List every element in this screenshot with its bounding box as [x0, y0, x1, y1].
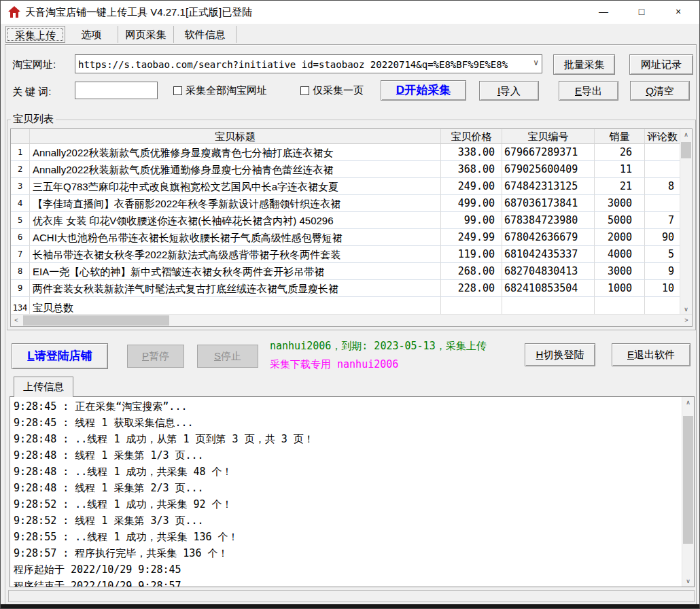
- item-price: 499.00: [441, 195, 502, 212]
- item-table: 宝贝标题 宝贝价格 宝贝编号 销量 评论数 1 Annally2022秋装新款气…: [10, 128, 693, 327]
- table-horizontal-scrollbar[interactable]: < >: [11, 314, 692, 326]
- url-history-button[interactable]: 网址记录: [629, 54, 693, 75]
- item-sales: 11: [595, 161, 645, 178]
- start-collect-button[interactable]: D开始采集: [381, 80, 466, 101]
- item-table-rows: 宝贝标题 宝贝价格 宝贝编号 销量 评论数 1 Annally2022秋装新款气…: [11, 129, 680, 315]
- item-number: 678384723980: [502, 212, 595, 229]
- export-button[interactable]: E导出: [559, 81, 618, 101]
- checkbox-one-page-label: 仅采集一页: [313, 84, 364, 96]
- item-comments: 90: [645, 229, 680, 246]
- checkbox-collect-all-label: 采集全部淘宝网址: [186, 84, 267, 96]
- total-row-number: 134: [11, 301, 30, 315]
- item-title: 【李佳琦直播间】衣香丽影2022年秋冬季新款设计感翻领针织连衣裙: [30, 195, 441, 212]
- login-store-button[interactable]: L请登陆店铺: [12, 343, 108, 369]
- minimize-icon[interactable]: —: [588, 1, 619, 24]
- checkbox-icon: [300, 86, 309, 95]
- scrollbar-thumb[interactable]: [683, 416, 693, 544]
- window-bottom-edge: [1, 604, 699, 608]
- item-number: 679667289371: [502, 144, 595, 161]
- item-title: EIA一尧【心软的神】新中式褶皱连衣裙女秋冬两件套开衫吊带裙: [30, 263, 441, 280]
- window-title: 天音淘宝店铺一键上传工具 V4.27.1[正式版]已登陆: [25, 1, 252, 24]
- row-number: 8: [11, 263, 30, 280]
- close-icon[interactable]: ×: [663, 1, 694, 24]
- maximize-icon[interactable]: □: [626, 1, 657, 24]
- table-row[interactable]: 4 【李佳琦直播间】衣香丽影2022年秋冬季新款设计感翻领针织连衣裙 499.0…: [11, 195, 680, 212]
- batch-collect-button[interactable]: 批量采集: [553, 54, 615, 75]
- collect-upload-page: 淘宝网址: ∨ 批量采集 网址记录 关 键 词: 采集全部淘宝网址 仅采集一页 …: [5, 44, 697, 606]
- scrollbar-thumb[interactable]: [681, 142, 691, 158]
- scroll-down-icon[interactable]: ∨: [680, 304, 692, 315]
- item-comments: 5: [645, 246, 680, 263]
- switch-login-button[interactable]: H切换登陆: [525, 343, 595, 366]
- checkbox-icon: [173, 86, 182, 95]
- item-sales: 1000: [595, 280, 645, 297]
- app-window: 天音淘宝店铺一键上传工具 V4.27.1[正式版]已登陆 — □ × 采集上传 …: [0, 0, 700, 609]
- table-row[interactable]: 7 长袖吊带连衣裙女秋冬季2022新款法式高级感背带裙子秋冬两件套装 119.0…: [11, 246, 680, 263]
- chevron-down-icon[interactable]: ∨: [533, 58, 539, 67]
- header-item-title: 宝贝标题: [30, 129, 441, 144]
- item-comments: 8: [645, 178, 680, 195]
- keyword-input[interactable]: [75, 82, 158, 99]
- checkbox-collect-all-urls[interactable]: 采集全部淘宝网址: [173, 82, 267, 99]
- item-price: 99.00: [441, 212, 502, 229]
- item-comments: 7: [645, 212, 680, 229]
- tab-collect-upload[interactable]: 采集上传: [5, 26, 65, 43]
- row-number: 1: [11, 144, 30, 161]
- header-item-comments: 评论数: [645, 129, 680, 144]
- tab-web-collect[interactable]: 网页采集: [118, 26, 174, 43]
- taobao-url-input[interactable]: [77, 56, 525, 73]
- item-comments: [645, 144, 680, 161]
- table-row[interactable]: 6 ACHI大也池粉色吊带连衣裙长短款收腰长裙子气质高级性感包臀短裙 249.9…: [11, 229, 680, 246]
- table-header-row: 宝贝标题 宝贝价格 宝贝编号 销量 评论数: [11, 129, 680, 144]
- status-strip: [8, 590, 695, 602]
- header-item-sales: 销量: [595, 129, 645, 144]
- scroll-right-icon[interactable]: >: [681, 315, 692, 326]
- table-row[interactable]: 2 Annally2022秋装新款气质优雅通勤修身显瘦七分袖青色蕾丝连衣裙 36…: [11, 161, 680, 178]
- item-comments: 10: [645, 280, 680, 297]
- item-title: ACHI大也池粉色吊带连衣裙长短款收腰长裙子气质高级性感包臀短裙: [30, 229, 441, 246]
- row-number: 6: [11, 229, 30, 246]
- exit-software-button[interactable]: E退出软件: [612, 343, 690, 366]
- import-button[interactable]: I导入: [479, 81, 539, 101]
- row-number: 4: [11, 195, 30, 212]
- scrollbar-thumb[interactable]: [23, 315, 169, 326]
- item-comments: [645, 195, 680, 212]
- item-list-group-label: 宝贝列表: [11, 113, 56, 126]
- row-number: 5: [11, 212, 30, 229]
- checkbox-one-page-only[interactable]: 仅采集一页: [300, 82, 364, 99]
- item-price: 249.99: [441, 229, 502, 246]
- keyword-label: 关 键 词:: [12, 86, 52, 99]
- tab-options[interactable]: 选项: [65, 26, 118, 43]
- item-list-groupbox: 宝贝标题 宝贝价格 宝贝编号 销量 评论数 1 Annally2022秋装新款气…: [7, 120, 696, 330]
- clear-button[interactable]: Q清空: [630, 81, 690, 101]
- upload-log-box: 9:28:45 : 正在采集“淘宝搜索”... 9:28:45 : 线程 1 获…: [10, 396, 695, 587]
- tab-upload-info[interactable]: 上传信息: [14, 377, 73, 397]
- taobao-url-combobox[interactable]: ∨: [75, 54, 542, 73]
- url-label: 淘宝网址:: [12, 58, 56, 71]
- item-number: 674842313125: [502, 178, 595, 195]
- item-number: 679025600409: [502, 161, 595, 178]
- header-row-number: [11, 129, 30, 144]
- table-row[interactable]: 9 两件套装女秋装新款洋气时髦法式复古打底丝绒连衣裙气质显瘦长裙 228.00 …: [11, 280, 680, 297]
- table-row[interactable]: 8 EIA一尧【心软的神】新中式褶皱连衣裙女秋冬两件套开衫吊带裙 268.00 …: [11, 263, 680, 280]
- table-total-row[interactable]: 134 宝贝总数: [11, 301, 680, 315]
- scroll-left-icon[interactable]: <: [11, 315, 22, 326]
- item-title: Annally2022秋装新款气质优雅通勤修身显瘦七分袖青色蕾丝连衣裙: [30, 161, 441, 178]
- scroll-up-icon[interactable]: ∧: [682, 397, 694, 408]
- log-vertical-scrollbar[interactable]: ∧ ∨: [682, 397, 694, 587]
- item-number: 681042435337: [502, 246, 595, 263]
- item-title: 长袖吊带连衣裙女秋冬季2022新款法式高级感背带裙子秋冬两件套装: [30, 246, 441, 263]
- pause-button[interactable]: P暂停: [127, 345, 184, 368]
- row-number: 2: [11, 161, 30, 178]
- item-price: 268.00: [441, 263, 502, 280]
- item-comments: 9: [645, 263, 680, 280]
- table-row[interactable]: 3 三五年Q783苎麻印花中式改良旗袍宽松文艺国风中长a字连衣裙女夏 249.0…: [11, 178, 680, 195]
- table-row[interactable]: 1 Annally2022秋装新款气质优雅修身显瘦藏青色七分袖打底连衣裙女 33…: [11, 144, 680, 161]
- tab-software-info[interactable]: 软件信息: [174, 26, 237, 43]
- table-row[interactable]: 5 优衣库 女装 印花V领收腰迷你连衣裙(长袖碎花长裙含内衬) 450296 9…: [11, 212, 680, 229]
- stop-button[interactable]: S停止: [197, 345, 258, 368]
- table-vertical-scrollbar[interactable]: ∧ ∨: [680, 129, 692, 315]
- scroll-down-icon[interactable]: ∨: [682, 576, 694, 587]
- scroll-up-icon[interactable]: ∧: [680, 129, 692, 140]
- item-sales: 5000: [595, 212, 645, 229]
